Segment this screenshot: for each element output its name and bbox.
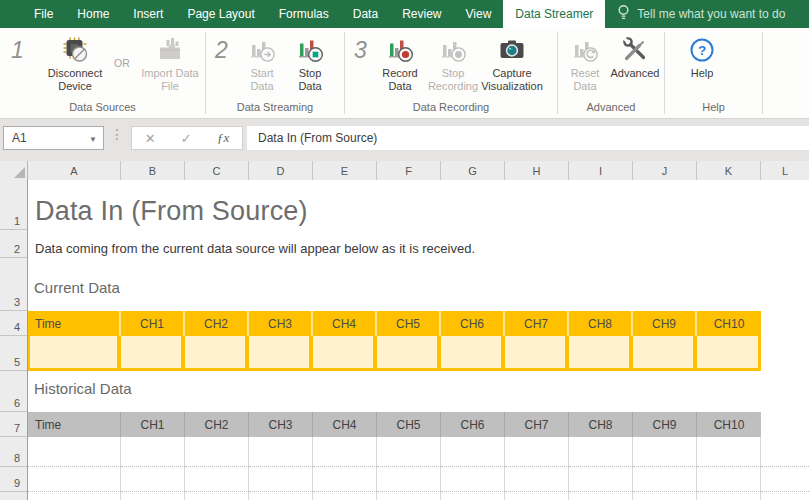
current-header-ch2[interactable]: CH2: [185, 311, 249, 336]
disconnect-device-button[interactable]: Disconnect Device: [35, 34, 115, 93]
grid-cell[interactable]: [697, 437, 761, 467]
tab-file[interactable]: File: [22, 0, 65, 28]
grid-cell[interactable]: [249, 467, 313, 492]
column-header-g[interactable]: G: [441, 161, 505, 180]
stop-data-button[interactable]: Stop Data: [288, 34, 332, 93]
current-header-ch9[interactable]: CH9: [633, 311, 697, 336]
grid-cell[interactable]: [185, 437, 249, 467]
current-header-ch1[interactable]: CH1: [121, 311, 185, 336]
tab-formulas[interactable]: Formulas: [267, 0, 341, 28]
grid-cell[interactable]: [313, 492, 377, 500]
grid-cell[interactable]: [633, 437, 697, 467]
grid-cell[interactable]: [185, 467, 249, 492]
tab-insert[interactable]: Insert: [121, 0, 175, 28]
help-button[interactable]: ? Help: [682, 34, 722, 80]
tab-view[interactable]: View: [454, 0, 504, 28]
current-cell[interactable]: [441, 336, 505, 368]
tab-data[interactable]: Data: [341, 0, 390, 28]
historical-header-ch9[interactable]: CH9: [633, 412, 697, 437]
row-header-9[interactable]: 9: [0, 467, 27, 492]
current-header-ch6[interactable]: CH6: [441, 311, 505, 336]
column-header-i[interactable]: I: [569, 161, 633, 180]
historical-header-ch2[interactable]: CH2: [185, 412, 249, 437]
current-cell[interactable]: [28, 336, 121, 368]
current-header-ch7[interactable]: CH7: [505, 311, 569, 336]
grid-cell[interactable]: [313, 437, 377, 467]
formula-input[interactable]: Data In (From Source): [247, 126, 809, 150]
row-header-7[interactable]: 7: [0, 412, 27, 437]
row-header-5[interactable]: 5: [0, 336, 27, 371]
grid-cell[interactable]: [28, 492, 121, 500]
advanced-button[interactable]: Advanced: [607, 34, 663, 80]
row-header-4[interactable]: 4: [0, 311, 27, 336]
grid-cell[interactable]: [633, 467, 697, 492]
grid-cell[interactable]: [121, 467, 185, 492]
tell-me-box[interactable]: Tell me what you want to do: [617, 0, 785, 28]
grid-cell[interactable]: [121, 437, 185, 467]
grid-cell[interactable]: [28, 437, 121, 467]
current-cell[interactable]: [313, 336, 377, 368]
grid-cell[interactable]: [249, 437, 313, 467]
current-cell[interactable]: [249, 336, 313, 368]
formula-bar-drag-handle-icon[interactable]: ⋮: [110, 129, 124, 139]
grid-cell[interactable]: [28, 467, 121, 492]
current-header-time[interactable]: Time: [28, 311, 121, 336]
historical-header-ch4[interactable]: CH4: [313, 412, 377, 437]
column-header-k[interactable]: K: [697, 161, 761, 180]
select-all-button[interactable]: [0, 161, 28, 180]
grid-cell[interactable]: [761, 437, 809, 467]
grid-cell[interactable]: [377, 492, 441, 500]
grid-cell[interactable]: [569, 437, 633, 467]
current-cell[interactable]: [697, 336, 761, 368]
grid-cell[interactable]: [697, 467, 761, 492]
grid-cell[interactable]: [505, 437, 569, 467]
historical-header-ch5[interactable]: CH5: [377, 412, 441, 437]
tab-data-streamer[interactable]: Data Streamer: [503, 0, 605, 28]
grid-cell[interactable]: [249, 492, 313, 500]
column-header-a[interactable]: A: [28, 161, 121, 180]
current-header-ch4[interactable]: CH4: [313, 311, 377, 336]
column-header-f[interactable]: F: [377, 161, 441, 180]
row-header-8[interactable]: 8: [0, 437, 27, 467]
historical-header-ch6[interactable]: CH6: [441, 412, 505, 437]
current-cell[interactable]: [633, 336, 697, 368]
current-cell[interactable]: [505, 336, 569, 368]
grid-cell[interactable]: [377, 437, 441, 467]
grid-cell[interactable]: [633, 492, 697, 500]
name-box[interactable]: A1 ▼: [3, 126, 104, 150]
grid-cell[interactable]: [569, 467, 633, 492]
column-header-e[interactable]: E: [313, 161, 377, 180]
current-cell[interactable]: [569, 336, 633, 368]
historical-header-time[interactable]: Time: [28, 412, 121, 437]
current-cell[interactable]: [185, 336, 249, 368]
insert-function-icon[interactable]: ƒx: [217, 130, 229, 146]
name-box-dropdown-icon[interactable]: ▼: [89, 135, 97, 144]
historical-header-ch3[interactable]: CH3: [249, 412, 313, 437]
record-data-button[interactable]: Record Data: [374, 34, 426, 93]
column-header-c[interactable]: C: [185, 161, 249, 180]
grid-cell[interactable]: [761, 467, 809, 492]
grid-cell[interactable]: [441, 467, 505, 492]
grid-cell[interactable]: [505, 467, 569, 492]
column-header-h[interactable]: H: [505, 161, 569, 180]
current-header-ch5[interactable]: CH5: [377, 311, 441, 336]
grid-cell[interactable]: [441, 437, 505, 467]
current-cell[interactable]: [121, 336, 185, 368]
grid-cell[interactable]: [441, 492, 505, 500]
historical-header-ch7[interactable]: CH7: [505, 412, 569, 437]
capture-visualization-button[interactable]: Capture Visualization: [470, 34, 554, 93]
historical-header-ch8[interactable]: CH8: [569, 412, 633, 437]
tab-page-layout[interactable]: Page Layout: [175, 0, 266, 28]
row-header-3[interactable]: 3: [0, 258, 27, 311]
grid-cell[interactable]: [121, 492, 185, 500]
grid-cell[interactable]: [377, 467, 441, 492]
grid-cell[interactable]: [313, 467, 377, 492]
column-header-l[interactable]: L: [761, 161, 809, 180]
current-header-ch10[interactable]: CH10: [697, 311, 761, 336]
grid-cell[interactable]: [697, 492, 761, 500]
column-header-j[interactable]: J: [633, 161, 697, 180]
current-header-ch3[interactable]: CH3: [249, 311, 313, 336]
grid-cell[interactable]: [761, 492, 809, 500]
column-header-b[interactable]: B: [121, 161, 185, 180]
historical-header-ch10[interactable]: CH10: [697, 412, 761, 437]
